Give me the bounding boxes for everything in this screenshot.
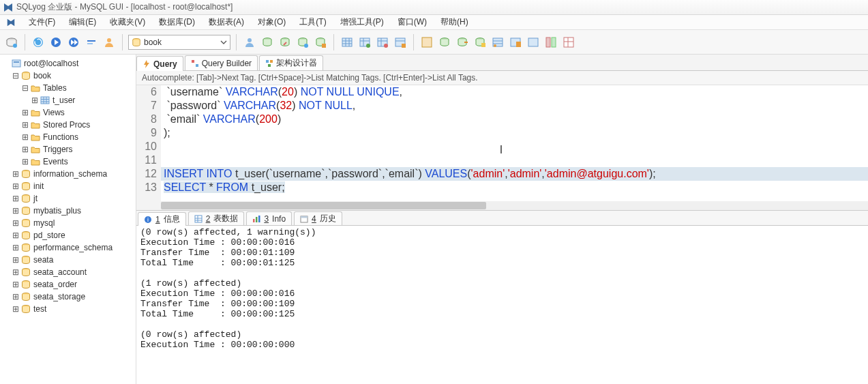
toolbar-db3-button[interactable] xyxy=(295,35,310,50)
menu-window[interactable]: 窗口(W) xyxy=(392,15,432,29)
execute-query-button[interactable] xyxy=(48,35,63,50)
new-connection-button[interactable] xyxy=(4,35,19,50)
expand-icon[interactable]: ⊞ xyxy=(11,181,20,191)
tree-db-init[interactable]: ⊞init xyxy=(1,180,134,192)
menu-tools[interactable]: 工具(T) xyxy=(294,15,331,29)
toolbar-db2-button[interactable] xyxy=(278,35,293,50)
expand-icon[interactable]: ⊞ xyxy=(11,218,20,228)
toolbar-x8-button[interactable] xyxy=(543,35,558,50)
expand-icon[interactable]: ⊞ xyxy=(11,206,20,216)
menu-powertools[interactable]: 增强工具(P) xyxy=(335,15,389,29)
expand-icon[interactable]: ⊞ xyxy=(11,169,20,179)
tree-label: Triggers xyxy=(43,145,73,154)
tab-query-builder[interactable]: Query Builder xyxy=(185,55,258,70)
tree-events-folder[interactable]: ⊞Events xyxy=(1,156,134,168)
expand-icon[interactable]: ⊞ xyxy=(11,255,20,265)
folder-icon xyxy=(30,156,41,167)
server-icon xyxy=(11,58,22,69)
svg-point-13 xyxy=(304,44,308,48)
expand-icon[interactable]: ⊞ xyxy=(11,243,20,252)
expand-icon[interactable]: ⊞ xyxy=(20,157,30,166)
tree-db-mysql[interactable]: ⊞mysql xyxy=(1,217,134,229)
expand-icon[interactable]: ⊞ xyxy=(20,120,30,130)
toolbar-x6-button[interactable] xyxy=(508,35,523,50)
toolbar-x5-button[interactable] xyxy=(490,35,505,50)
expand-icon[interactable]: ⊞ xyxy=(11,267,20,277)
toolbar-db4-button[interactable] xyxy=(313,35,328,50)
tree-table-t_user[interactable]: ⊞ t_user xyxy=(1,94,134,106)
expand-icon[interactable]: ⊞ xyxy=(30,95,40,105)
toolbar-x9-button[interactable] xyxy=(561,35,576,50)
database-selector[interactable]: book xyxy=(128,35,230,50)
tree-db-test[interactable]: ⊞test xyxy=(1,303,134,315)
menu-favorites[interactable]: 收藏夹(V) xyxy=(104,15,151,29)
expand-icon[interactable]: ⊞ xyxy=(11,280,20,289)
toolbar-user-button[interactable] xyxy=(242,35,257,50)
tree-views-folder[interactable]: ⊞Views xyxy=(1,106,134,119)
scrollbar-thumb[interactable] xyxy=(161,202,486,209)
svg-point-9 xyxy=(248,38,252,42)
sql-editor[interactable]: 6789 10111213 `username` VARCHAR(20) NOT… xyxy=(136,85,868,211)
schema-icon xyxy=(265,59,273,68)
toolbar-db1-button[interactable] xyxy=(260,35,275,50)
toolbar-x3-button[interactable] xyxy=(455,35,470,50)
expand-icon[interactable]: ⊞ xyxy=(11,231,20,240)
editor-hscrollbar[interactable] xyxy=(161,201,868,210)
expand-icon[interactable]: ⊞ xyxy=(11,194,20,203)
tree-db-performance_schema[interactable]: ⊞performance_schema xyxy=(1,241,134,254)
svg-rect-60 xyxy=(253,219,255,222)
collapse-icon[interactable]: ⊟ xyxy=(20,83,30,93)
expand-icon[interactable]: ⊞ xyxy=(20,132,30,142)
tab-schema-designer[interactable]: 架构设计器 xyxy=(259,55,323,70)
autocomplete-hint: Autocomplete: [Tab]->Next Tag. [Ctrl+Spa… xyxy=(136,71,868,85)
tree-functions-folder[interactable]: ⊞Functions xyxy=(1,131,134,143)
tree-db-mybatis_plus[interactable]: ⊞mybatis_plus xyxy=(1,205,134,217)
toolbar-x4-button[interactable] xyxy=(473,35,488,50)
result-tab-info[interactable]: 3Info xyxy=(246,211,292,225)
toolbar-x7-button[interactable] xyxy=(526,35,541,50)
result-tab-history[interactable]: 4历史 xyxy=(294,211,342,225)
user-manager-button[interactable] xyxy=(102,35,117,50)
menu-file[interactable]: 文件(F) xyxy=(23,15,61,29)
tree-db-book[interactable]: ⊟ book xyxy=(1,70,134,82)
tree-label: seata xyxy=(33,255,53,265)
tree-db-seata_storage[interactable]: ⊞seata_storage xyxy=(1,291,134,303)
tab-query[interactable]: Query xyxy=(136,56,183,71)
tree-procs-folder[interactable]: ⊞Stored Procs xyxy=(1,119,134,131)
tree-tables-folder[interactable]: ⊟ Tables xyxy=(1,82,134,94)
collapse-icon[interactable]: ⊟ xyxy=(11,71,20,80)
toolbar-t3-button[interactable] xyxy=(375,35,390,50)
expand-icon[interactable]: ⊞ xyxy=(11,304,20,314)
tree-db-seata_order[interactable]: ⊞seata_order xyxy=(1,278,134,291)
toolbar-x1-button[interactable] xyxy=(419,35,434,50)
database-icon xyxy=(20,218,31,228)
result-messages[interactable]: (0 row(s) affected, 1 warning(s)) Execut… xyxy=(136,226,868,384)
tree-db-information_schema[interactable]: ⊞information_schema xyxy=(1,168,134,180)
tree-triggers-folder[interactable]: ⊞Triggers xyxy=(1,143,134,156)
tree-db-seata_account[interactable]: ⊞seata_account xyxy=(1,266,134,278)
menu-edit[interactable]: 编辑(E) xyxy=(63,15,102,29)
editor-code[interactable]: `username` VARCHAR(20) NOT NULL UNIQUE, … xyxy=(161,85,868,210)
toolbar-x2-button[interactable] xyxy=(437,35,452,50)
expand-icon[interactable]: ⊞ xyxy=(11,292,20,301)
chevron-down-icon xyxy=(220,39,227,46)
format-button[interactable] xyxy=(84,35,99,50)
object-browser[interactable]: root@localhost ⊟ book ⊟ Tables ⊞ t_user … xyxy=(0,55,136,384)
expand-icon[interactable]: ⊞ xyxy=(20,145,30,154)
menu-database[interactable]: 数据库(D) xyxy=(153,15,200,29)
refresh-button[interactable] xyxy=(31,35,46,50)
result-tab-tabledata[interactable]: 2表数据 xyxy=(188,211,245,225)
toolbar-t1-button[interactable] xyxy=(340,35,355,50)
expand-icon[interactable]: ⊞ xyxy=(20,108,30,117)
execute-all-button[interactable] xyxy=(66,35,81,50)
toolbar-t2-button[interactable] xyxy=(357,35,372,50)
menu-object[interactable]: 对象(O) xyxy=(252,15,291,29)
menu-help[interactable]: 帮助(H) xyxy=(435,15,474,29)
toolbar-t4-button[interactable] xyxy=(393,35,408,50)
menu-table[interactable]: 数据表(A) xyxy=(203,15,250,29)
tree-db-seata[interactable]: ⊞seata xyxy=(1,254,134,266)
tree-connection[interactable]: root@localhost xyxy=(1,57,134,70)
tree-db-pd_store[interactable]: ⊞pd_store xyxy=(1,229,134,241)
tree-db-jt[interactable]: ⊞jt xyxy=(1,192,134,205)
result-tab-messages[interactable]: i 1信息 xyxy=(138,212,186,226)
